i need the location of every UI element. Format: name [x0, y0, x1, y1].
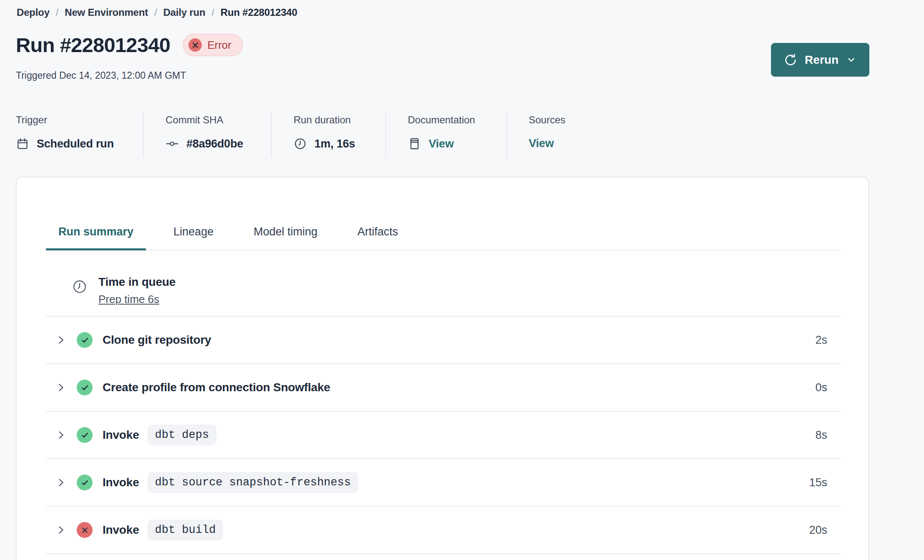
rerun-button-label: Rerun	[805, 53, 839, 67]
step-duration: 20s	[809, 524, 827, 537]
rerun-button[interactable]: Rerun	[771, 43, 869, 77]
meta-column: Commit SHA #8a96d0be	[144, 111, 272, 158]
success-check-icon	[77, 427, 93, 443]
chevron-right-icon[interactable]	[55, 334, 67, 346]
refresh-icon	[783, 53, 798, 67]
run-step-row[interactable]: Invoke dbt build 20s	[46, 507, 841, 554]
prep-time-link[interactable]: Prep time 6s	[98, 293, 159, 306]
run-step-row[interactable]: Invoke dbt deps 8s	[46, 412, 841, 459]
commit-icon	[166, 137, 179, 150]
meta-label: Sources	[529, 114, 578, 126]
step-label: Create profile from connection Snowflake	[103, 381, 330, 394]
tab-model-timing[interactable]: Model timing	[241, 225, 330, 250]
tab-run-summary[interactable]: Run summary	[46, 225, 146, 250]
meta-column: Trigger Scheduled run	[16, 111, 144, 158]
step-duration: 8s	[815, 429, 827, 442]
chevron-right-icon[interactable]	[55, 524, 67, 536]
breadcrumb-item: Run #228012340	[221, 7, 297, 18]
tab-bar: Run summaryLineageModel timingArtifacts	[46, 225, 841, 250]
page-title: Run #228012340	[16, 32, 170, 58]
run-header: Run #228012340 Error	[16, 32, 243, 58]
meta-column: Documentation View	[386, 111, 507, 158]
chevron-right-icon[interactable]	[55, 429, 67, 441]
clock-icon	[294, 137, 307, 150]
chevron-right-icon[interactable]	[55, 382, 67, 393]
meta-label: Trigger	[16, 114, 143, 126]
status-badge-label: Error	[207, 39, 231, 52]
status-badge: Error	[183, 34, 243, 56]
step-label: Invoke	[103, 523, 139, 537]
success-check-icon	[77, 475, 93, 490]
step-duration: 2s	[815, 334, 827, 347]
run-steps-list: Clone git repository 2s Create profile f…	[46, 317, 841, 554]
run-meta-row: Trigger Scheduled run Commit SHA	[16, 111, 578, 158]
tab-lineage[interactable]: Lineage	[161, 225, 226, 250]
breadcrumb-separator: /	[56, 7, 58, 18]
docs-icon	[408, 137, 421, 150]
step-label: Clone git repository	[103, 333, 211, 347]
breadcrumb-item[interactable]: Daily run	[163, 7, 205, 18]
clock-icon	[72, 279, 88, 295]
meta-column: Run duration 1m, 16s	[272, 111, 386, 158]
breadcrumb-item[interactable]: New Environment	[65, 7, 148, 18]
run-step-row[interactable]: Create profile from connection Snowflake…	[46, 364, 841, 412]
step-duration: 15s	[809, 476, 827, 489]
meta-column: Sources View	[507, 111, 578, 158]
meta-label: Commit SHA	[166, 114, 271, 126]
breadcrumb: Deploy/New Environment/Daily run/Run #22…	[17, 7, 297, 18]
breadcrumb-item[interactable]: Deploy	[17, 7, 50, 18]
calendar-icon	[16, 137, 29, 150]
meta-label: Run duration	[294, 114, 385, 126]
run-step-row[interactable]: Invoke dbt source snapshot-freshness 15s	[46, 459, 841, 507]
chevron-right-icon[interactable]	[55, 477, 67, 488]
step-duration: 0s	[815, 381, 827, 394]
step-command: dbt deps	[148, 425, 217, 445]
step-label: Invoke	[103, 428, 139, 442]
meta-value: 1m, 16s	[314, 138, 355, 150]
success-check-icon	[77, 332, 93, 348]
meta-value: #8a96d0be	[186, 138, 243, 150]
view-link[interactable]: View	[529, 137, 554, 150]
run-detail-card: Run summaryLineageModel timingArtifacts …	[16, 177, 869, 560]
view-link[interactable]: View	[429, 138, 454, 150]
success-check-icon	[77, 380, 93, 395]
meta-value: Scheduled run	[37, 138, 114, 150]
step-command: dbt source snapshot-freshness	[148, 472, 359, 493]
triggered-timestamp: Triggered Dec 14, 2023, 12:00 AM GMT	[16, 70, 186, 81]
time-in-queue-section: Time in queue Prep time 6s	[46, 250, 841, 317]
breadcrumb-separator: /	[211, 7, 214, 18]
error-x-icon	[77, 522, 93, 538]
breadcrumb-separator: /	[154, 7, 157, 18]
step-command: dbt build	[148, 520, 223, 540]
run-step-row[interactable]: Clone git repository 2s	[46, 317, 841, 364]
tab-artifacts[interactable]: Artifacts	[345, 225, 411, 250]
meta-label: Documentation	[408, 114, 506, 126]
chevron-down-icon	[846, 54, 857, 65]
time-in-queue-title: Time in queue	[98, 275, 176, 289]
error-circle-icon	[188, 38, 202, 52]
step-label: Invoke	[103, 476, 139, 489]
